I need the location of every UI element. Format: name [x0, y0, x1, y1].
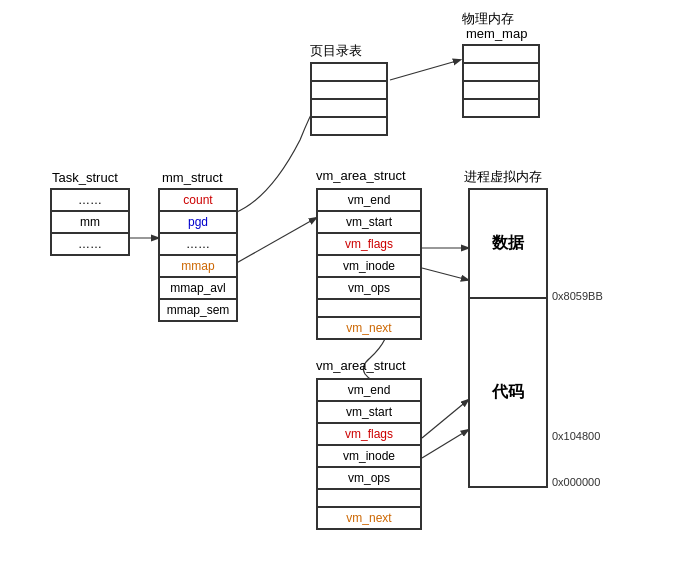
virtual-mem-label: 进程虚拟内存: [464, 168, 542, 186]
vma1-vm-ops: vm_ops: [317, 277, 421, 299]
ts-cell-3: ……: [51, 233, 129, 255]
vma2-label: vm_area_struct: [316, 358, 406, 373]
svg-line-4: [422, 268, 468, 280]
svg-line-5: [422, 400, 468, 438]
vma2-vm-inode: vm_inode: [317, 445, 421, 467]
mm-struct-label: mm_struct: [162, 170, 223, 185]
addr3-label: 0x000000: [552, 476, 600, 488]
virtual-mem-box: 数据 代码: [468, 188, 548, 488]
addr2-label: 0x104800: [552, 430, 600, 442]
ms-cell-mmap-avl: mmap_avl: [159, 277, 237, 299]
ms-cell-count: count: [159, 189, 237, 211]
ms-cell-pgd: pgd: [159, 211, 237, 233]
vma1-vm-flags: vm_flags: [317, 233, 421, 255]
vma1-label: vm_area_struct: [316, 168, 406, 183]
svg-line-2: [390, 60, 460, 80]
mm-cell-2: [463, 63, 539, 81]
pt-cell-2: [311, 81, 387, 99]
ms-cell-mmap: mmap: [159, 255, 237, 277]
task-struct-label: Task_struct: [52, 170, 118, 185]
pt-cell-1: [311, 63, 387, 81]
addr1-label: 0x8059BB: [552, 290, 603, 302]
mm-struct-box: count pgd …… mmap mmap_avl mmap_sem: [158, 188, 238, 322]
svg-line-6: [422, 430, 468, 458]
vma2-box: vm_end vm_start vm_flags vm_inode vm_ops…: [316, 378, 422, 530]
vma1-vm-end: vm_end: [317, 189, 421, 211]
task-struct-box: …… mm ……: [50, 188, 130, 256]
page-table-label: 页目录表: [310, 42, 362, 60]
mm-cell-1: [463, 45, 539, 63]
vma2-vm-next: vm_next: [317, 507, 421, 529]
pt-cell-3: [311, 99, 387, 117]
code-section: 代码: [469, 298, 547, 487]
vma2-vm-ops: vm_ops: [317, 467, 421, 489]
vma1-spacer: [317, 299, 421, 317]
ms-cell-mmap-sem: mmap_sem: [159, 299, 237, 321]
mm-cell-3: [463, 81, 539, 99]
vma1-vm-start: vm_start: [317, 211, 421, 233]
vma2-vm-flags: vm_flags: [317, 423, 421, 445]
vma1-box: vm_end vm_start vm_flags vm_inode vm_ops…: [316, 188, 422, 340]
data-section: 数据: [469, 189, 547, 298]
ms-cell-dots: ……: [159, 233, 237, 255]
vma2-vm-end: vm_end: [317, 379, 421, 401]
vma1-vm-inode: vm_inode: [317, 255, 421, 277]
mem-map-label: mem_map: [466, 26, 527, 41]
ts-cell-2: mm: [51, 211, 129, 233]
vma2-vm-start: vm_start: [317, 401, 421, 423]
diagram: Task_struct …… mm …… mm_struct count pgd…: [0, 0, 698, 566]
vma1-vm-next: vm_next: [317, 317, 421, 339]
pt-cell-4: [311, 117, 387, 135]
mm-cell-4: [463, 99, 539, 117]
vma2-spacer: [317, 489, 421, 507]
mem-map-box: [462, 44, 540, 118]
page-table-box: [310, 62, 388, 136]
ts-cell-1: ……: [51, 189, 129, 211]
